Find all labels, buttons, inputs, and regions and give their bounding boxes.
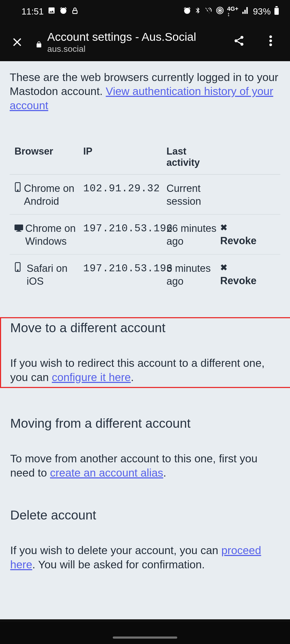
- lock-icon: [35, 41, 42, 51]
- page-domain: aus.social: [47, 44, 196, 54]
- table-row: Chrome on Windows 197.210.53.196 26 minu…: [10, 215, 280, 255]
- alarm-icon-2: [183, 6, 191, 17]
- svg-point-11: [269, 39, 272, 42]
- page-title: Account settings - Aus.Social: [47, 30, 196, 43]
- svg-rect-6: [276, 6, 278, 7]
- revoke-button[interactable]: Revoke: [220, 275, 277, 287]
- status-bar: 11:51 4G+↕ 93%: [0, 0, 290, 23]
- close-icon[interactable]: [11, 36, 24, 49]
- home-indicator[interactable]: [113, 636, 177, 639]
- battery-percent: 93%: [253, 6, 271, 17]
- cell-activity: 3 minutes ago: [166, 262, 220, 288]
- th-ip: IP: [83, 146, 166, 168]
- cell-ip: 197.210.53.196: [83, 262, 166, 275]
- revoke-x-icon[interactable]: ✖: [220, 222, 277, 233]
- cell-ip: 197.210.53.196: [83, 222, 166, 235]
- section-title: Move to a different account: [10, 320, 280, 335]
- th-activity: Last activity: [166, 146, 220, 168]
- configure-here-link[interactable]: configure it here: [52, 371, 131, 383]
- lock-small-icon: [71, 6, 79, 17]
- share-icon[interactable]: [231, 35, 247, 49]
- picture-icon: [48, 6, 56, 17]
- battery-icon: [274, 6, 279, 17]
- status-time: 11:51: [21, 6, 44, 17]
- section-delete: Delete account If you wish to delete you…: [10, 508, 280, 572]
- alarm-icon: [59, 6, 67, 17]
- cell-ip: 102.91.29.32: [83, 182, 166, 195]
- section-move-to: Move to a different account If you wish …: [0, 317, 290, 388]
- cell-activity: 26 minutes ago: [166, 222, 220, 248]
- svg-rect-16: [17, 230, 20, 231]
- section-title: Moving from a different account: [10, 416, 280, 431]
- phone-icon: [15, 262, 24, 288]
- revoke-x-icon[interactable]: ✖: [220, 262, 277, 273]
- signal-icon: [242, 6, 250, 17]
- section-title: Delete account: [10, 508, 280, 522]
- section-move-from: Moving from a different account To move …: [10, 416, 280, 480]
- svg-rect-17: [16, 231, 21, 232]
- svg-rect-0: [73, 10, 77, 14]
- create-alias-link[interactable]: create an account alias: [50, 467, 163, 479]
- network-type: 4G+↕: [227, 6, 238, 17]
- th-browser: Browser: [15, 146, 83, 168]
- table-row: Chrome on Android 102.91.29.32 Current s…: [10, 175, 280, 215]
- svg-point-19: [17, 270, 18, 271]
- svg-point-10: [269, 35, 272, 38]
- phone-icon: [15, 182, 22, 208]
- svg-rect-15: [15, 225, 23, 230]
- vibrate-icon: [205, 6, 213, 17]
- nav-bar-bg: [0, 622, 290, 644]
- table-header-row: Browser IP Last activity: [10, 146, 280, 175]
- svg-point-1: [219, 10, 221, 11]
- cell-activity: Current session: [166, 182, 220, 208]
- table-row: Safari on iOS 197.210.53.196 3 minutes a…: [10, 255, 280, 294]
- sessions-intro: These are the web browsers currently log…: [10, 70, 280, 112]
- svg-point-14: [17, 190, 18, 191]
- svg-point-8: [235, 39, 238, 42]
- sessions-table: Browser IP Last activity Chrome on Andro…: [10, 146, 280, 294]
- hotspot-icon: [216, 6, 224, 17]
- revoke-button[interactable]: Revoke: [220, 235, 277, 247]
- browser-custom-tab-bar: Account settings - Aus.Social aus.social: [0, 23, 290, 61]
- svg-point-12: [269, 43, 272, 46]
- menu-dots-icon[interactable]: [263, 35, 279, 49]
- page-content: These are the web browsers currently log…: [0, 61, 290, 619]
- desktop-icon: [15, 222, 23, 248]
- svg-rect-5: [274, 8, 279, 15]
- bluetooth-icon: [194, 6, 201, 17]
